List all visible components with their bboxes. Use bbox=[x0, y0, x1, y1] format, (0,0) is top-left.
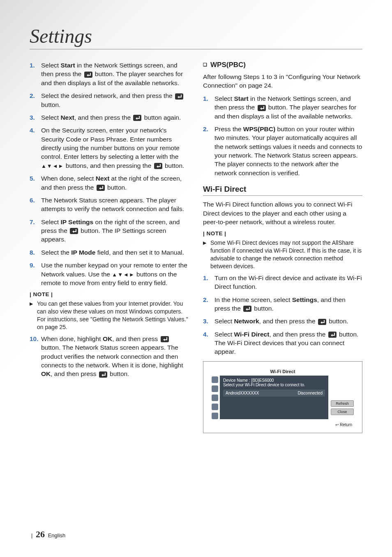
ss-buttons: Refresh Close bbox=[331, 376, 354, 419]
step-number: 10. bbox=[30, 334, 41, 378]
step-item: 2.Select the desired network, and then p… bbox=[30, 91, 189, 109]
step-body: On the Security screen, enter your netwo… bbox=[41, 126, 189, 170]
refresh-button[interactable]: Refresh bbox=[331, 400, 354, 407]
step-body: Select IP Settings on the right of the s… bbox=[41, 218, 189, 244]
step-number: 1. bbox=[203, 94, 214, 121]
step-body: In the Home screen, select Settings, and… bbox=[214, 295, 362, 313]
close-button[interactable]: Close bbox=[331, 408, 354, 415]
enter-icon bbox=[318, 319, 326, 325]
enter-icon bbox=[258, 105, 266, 111]
wifi-intro: The Wi-Fi Direct function allows you to … bbox=[203, 200, 362, 226]
step-number: 2. bbox=[203, 125, 214, 177]
step-number: 2. bbox=[203, 295, 214, 313]
page-number: 26 bbox=[36, 529, 45, 539]
step-body: When done, highlight OK, and then press … bbox=[41, 334, 189, 378]
ss-sidebar-icons bbox=[212, 376, 220, 419]
ss-row-name: AndroidXXXXXXX bbox=[226, 391, 259, 395]
step-body: Turn on the Wi-Fi direct device and acti… bbox=[214, 274, 362, 291]
ss-select-text: Select your Wi-Fi Direct device to conne… bbox=[223, 383, 325, 387]
step-number: 9. bbox=[30, 261, 41, 287]
left-column: 1.Select Start in the Network Settings s… bbox=[30, 61, 189, 433]
step-number: 8. bbox=[30, 248, 41, 257]
triangle-icon: ▶ bbox=[30, 300, 37, 331]
wps-steps-list: 1.Select Start in the Network Settings s… bbox=[203, 94, 362, 177]
step-body: When done, select Next at the right of t… bbox=[41, 174, 189, 192]
triangle-icon: ▶ bbox=[203, 239, 210, 270]
step-item: 7.Select IP Settings on the right of the… bbox=[30, 218, 189, 244]
wps-intro: After followng Steps 1 to 3 in "Configur… bbox=[203, 72, 362, 90]
enter-icon bbox=[97, 185, 105, 191]
step-body: Select the IP Mode field, and then set i… bbox=[41, 248, 189, 257]
step-item: 2.In the Home screen, select Settings, a… bbox=[203, 295, 362, 313]
step-number: 6. bbox=[30, 196, 41, 214]
note-text: You can get these values from your Inter… bbox=[37, 300, 189, 331]
enter-icon bbox=[84, 72, 92, 78]
step-number: 4. bbox=[30, 126, 41, 170]
note-text: Some Wi-Fi Direct devices may not suppor… bbox=[210, 239, 362, 270]
note-header: | NOTE | bbox=[203, 230, 362, 237]
step-number: 3. bbox=[30, 113, 41, 122]
step-item: 2.Press the WPS(PBC) button on your rout… bbox=[203, 125, 362, 177]
step-item: 1.Select Start in the Network Settings s… bbox=[203, 94, 362, 121]
wifi-direct-screenshot: Wi-Fi Direct Device Name : [BD]ES6000 Se… bbox=[203, 361, 362, 433]
step-item: 3.Select Next, and then press the button… bbox=[30, 113, 189, 122]
wifi-steps-list: 1.Turn on the Wi-Fi direct device and ac… bbox=[203, 274, 362, 356]
square-bullet-icon: ❏ bbox=[203, 62, 207, 67]
note-item: ▶ You can get these values from your Int… bbox=[30, 300, 189, 331]
ss-panel: Device Name : [BD]ES6000 Select your Wi-… bbox=[220, 376, 328, 419]
ss-icon bbox=[212, 413, 218, 419]
step-number: 3. bbox=[203, 317, 214, 325]
step-body: Select the desired network, and then pre… bbox=[41, 91, 189, 109]
step-10: 10. When done, highlight OK, and then pr… bbox=[30, 334, 189, 378]
ss-device-row[interactable]: AndroidXXXXXXX Disconnected bbox=[223, 390, 325, 397]
step-body: Use the number keypad on your remote to … bbox=[41, 261, 189, 287]
step-number: 2. bbox=[30, 91, 41, 109]
step-10-list: 10. When done, highlight OK, and then pr… bbox=[30, 334, 189, 378]
page-title: Settings bbox=[30, 25, 362, 49]
step-number: 7. bbox=[30, 218, 41, 244]
step-body: Select Network, and then press the butto… bbox=[214, 317, 362, 325]
enter-icon bbox=[328, 332, 337, 338]
ss-icon bbox=[212, 395, 218, 401]
enter-icon bbox=[161, 336, 169, 342]
ss-icon bbox=[212, 404, 218, 410]
ss-title: Wi-Fi Direct bbox=[212, 369, 354, 374]
step-item: 1.Turn on the Wi-Fi direct device and ac… bbox=[203, 274, 362, 291]
right-column: ❏ WPS(PBC) After followng Steps 1 to 3 i… bbox=[203, 61, 362, 433]
step-body: Select Start in the Network Settings scr… bbox=[41, 61, 189, 87]
step-item: 4.Select Wi-Fi Direct, and then press th… bbox=[203, 330, 362, 356]
enter-icon bbox=[243, 306, 251, 312]
step-body: Select Start in the Network Settings scr… bbox=[214, 94, 362, 121]
step-body: Select Wi-Fi Direct, and then press the … bbox=[214, 330, 362, 356]
enter-icon bbox=[175, 93, 183, 100]
page-footer: | 26 English bbox=[31, 529, 65, 540]
step-item: 5.When done, select Next at the right of… bbox=[30, 174, 189, 192]
ss-device-name: Device Name : [BD]ES6000 bbox=[223, 378, 325, 383]
enter-icon bbox=[154, 163, 162, 169]
step-item: 6.The Network Status screen appears. The… bbox=[30, 196, 189, 214]
step-number: 1. bbox=[30, 61, 41, 87]
wifi-direct-header: Wi-Fi Direct bbox=[203, 185, 362, 196]
step-number: 5. bbox=[30, 174, 41, 192]
enter-icon bbox=[99, 371, 107, 378]
content-columns: 1.Select Start in the Network Settings s… bbox=[30, 61, 362, 433]
note-item: ▶ Some Wi-Fi Direct devices may not supp… bbox=[203, 239, 362, 270]
step-item: 8.Select the IP Mode field, and then set… bbox=[30, 248, 189, 257]
step-number: 4. bbox=[203, 330, 214, 356]
ss-return[interactable]: ↩ Return bbox=[212, 422, 354, 427]
ss-icon bbox=[212, 385, 218, 392]
step-item: 3.Select Network, and then press the but… bbox=[203, 317, 362, 325]
step-number: 1. bbox=[203, 274, 214, 291]
left-steps-list: 1.Select Start in the Network Settings s… bbox=[30, 61, 189, 287]
ss-icon bbox=[212, 376, 218, 383]
step-body: Press the WPS(PBC) button on your router… bbox=[214, 125, 362, 177]
step-item: 4.On the Security screen, enter your net… bbox=[30, 126, 189, 170]
step-body: Select Next, and then press the button a… bbox=[41, 113, 189, 122]
page-language: English bbox=[48, 532, 66, 538]
enter-icon bbox=[70, 228, 78, 234]
step-item: 1.Select Start in the Network Settings s… bbox=[30, 61, 189, 87]
wps-header: ❏ WPS(PBC) bbox=[203, 61, 362, 69]
step-body: The Network Status screen appears. The p… bbox=[41, 196, 189, 214]
enter-icon bbox=[133, 115, 141, 121]
note-header: | NOTE | bbox=[30, 291, 189, 297]
